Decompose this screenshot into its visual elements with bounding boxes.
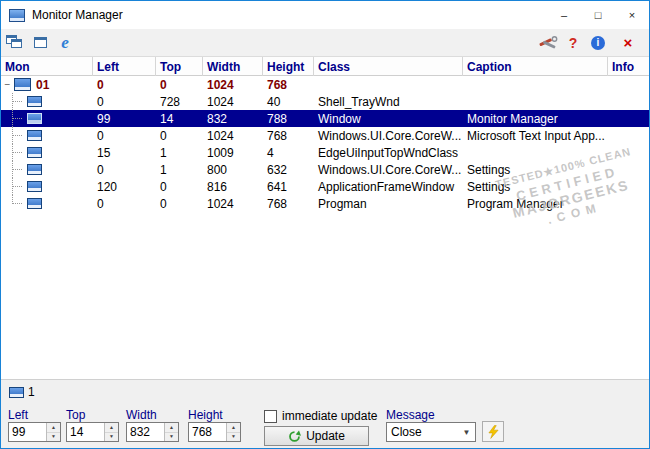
cell-class: Shell_TrayWnd bbox=[314, 93, 463, 110]
refresh-icon bbox=[288, 430, 301, 443]
tree-line bbox=[13, 186, 22, 187]
tree-cell bbox=[1, 127, 93, 144]
help-button[interactable]: ? bbox=[562, 32, 584, 54]
column-header-width[interactable]: Width bbox=[203, 57, 263, 76]
top-input[interactable] bbox=[67, 423, 104, 441]
column-header-mon[interactable]: Mon bbox=[1, 57, 93, 76]
tree-collapse-toggle[interactable]: − bbox=[3, 79, 12, 90]
table-row-root[interactable]: − 01 0 0 1024 768 bbox=[1, 76, 649, 93]
spinner-down-icon[interactable]: ▼ bbox=[47, 433, 60, 442]
cell-top: 0 bbox=[156, 127, 203, 144]
cell-width: 1024 bbox=[203, 76, 263, 93]
cell-info bbox=[608, 76, 649, 93]
send-message-button[interactable] bbox=[482, 421, 504, 442]
window-icon bbox=[27, 130, 42, 141]
spinner-down-icon[interactable]: ▼ bbox=[105, 433, 118, 442]
monitor-tab[interactable]: 1 bbox=[9, 385, 35, 399]
cell-top: 0 bbox=[156, 178, 203, 195]
minimize-button[interactable]: – bbox=[547, 1, 581, 29]
cell-class: Windows.UI.Core.CoreW... bbox=[314, 161, 463, 178]
cascade-windows-button[interactable] bbox=[4, 32, 26, 54]
cell-width: 1024 bbox=[203, 127, 263, 144]
cell-width: 1024 bbox=[203, 93, 263, 110]
cell-left: 15 bbox=[93, 144, 156, 161]
monitor-icon bbox=[14, 78, 31, 91]
spinner-down-icon[interactable]: ▼ bbox=[227, 433, 240, 442]
maximize-button[interactable]: □ bbox=[581, 1, 615, 29]
tree-line bbox=[13, 118, 22, 119]
cell-info bbox=[608, 144, 649, 161]
column-header-left[interactable]: Left bbox=[93, 57, 156, 76]
settings-button[interactable] bbox=[537, 32, 559, 54]
cell-left: 0 bbox=[93, 161, 156, 178]
cell-left: 0 bbox=[93, 93, 156, 110]
top-stepper: ▲▼ bbox=[66, 422, 119, 442]
tree-line bbox=[13, 101, 22, 102]
exit-button[interactable]: × bbox=[617, 32, 639, 54]
width-input[interactable] bbox=[127, 423, 164, 441]
cell-class: EdgeUiInputTopWndClass bbox=[314, 144, 463, 161]
table-row-selected[interactable]: 99 14 832 788 Window Monitor Manager bbox=[1, 110, 649, 127]
immediate-update-checkbox[interactable] bbox=[264, 410, 277, 423]
cell-caption bbox=[463, 76, 608, 93]
cell-caption: Monitor Manager bbox=[463, 110, 608, 127]
single-window-button[interactable] bbox=[29, 32, 51, 54]
cell-info bbox=[608, 178, 649, 195]
height-input[interactable] bbox=[189, 423, 226, 441]
table-row[interactable]: 0 0 1024 768 Progman Program Manager bbox=[1, 195, 649, 212]
tree-cell: − 01 bbox=[1, 76, 93, 93]
cell-left: 99 bbox=[93, 110, 156, 127]
width-stepper: ▲▼ bbox=[126, 422, 179, 442]
spinner-up-icon[interactable]: ▲ bbox=[165, 423, 178, 433]
message-label: Message bbox=[386, 408, 435, 422]
column-header-info[interactable]: Info bbox=[608, 57, 650, 76]
bottom-panel: 1 Left Top Width Height ▲▼ ▲▼ ▲▼ ▲▼ imme… bbox=[1, 379, 649, 448]
cell-left: 120 bbox=[93, 178, 156, 195]
cell-height: 40 bbox=[263, 93, 314, 110]
cell-info bbox=[608, 195, 649, 212]
spinner-up-icon[interactable]: ▲ bbox=[105, 423, 118, 433]
chevron-down-icon: ▼ bbox=[458, 423, 475, 441]
table-row[interactable]: 0 1 800 632 Windows.UI.Core.CoreW... Set… bbox=[1, 161, 649, 178]
close-button[interactable]: × bbox=[615, 1, 649, 29]
cell-top: 1 bbox=[156, 144, 203, 161]
cell-width: 832 bbox=[203, 110, 263, 127]
window-icon bbox=[27, 147, 42, 158]
cell-caption bbox=[463, 93, 608, 110]
cell-height: 632 bbox=[263, 161, 314, 178]
column-header-height[interactable]: Height bbox=[263, 57, 314, 76]
tree-cell bbox=[1, 110, 93, 127]
lightning-icon bbox=[488, 425, 499, 439]
top-label: Top bbox=[66, 408, 85, 422]
update-button[interactable]: Update bbox=[264, 426, 369, 446]
message-dropdown-value: Close bbox=[387, 425, 458, 439]
about-button[interactable]: i bbox=[587, 32, 609, 54]
left-input[interactable] bbox=[9, 423, 46, 441]
cell-left: 0 bbox=[93, 127, 156, 144]
column-header-class[interactable]: Class bbox=[314, 57, 463, 76]
cell-info bbox=[608, 161, 649, 178]
spinner-up-icon[interactable]: ▲ bbox=[227, 423, 240, 433]
immediate-update-label: immediate update bbox=[282, 409, 377, 423]
table-row[interactable]: 120 0 816 641 ApplicationFrameWindow Set… bbox=[1, 178, 649, 195]
message-dropdown[interactable]: Close ▼ bbox=[386, 422, 476, 442]
window-icon bbox=[27, 198, 42, 209]
column-header-caption[interactable]: Caption bbox=[463, 57, 608, 76]
internet-explorer-icon: e bbox=[61, 34, 69, 51]
tree-cell bbox=[1, 178, 93, 195]
column-header-top[interactable]: Top bbox=[156, 57, 203, 76]
table-row[interactable]: 0 0 1024 768 Windows.UI.Core.CoreW... Mi… bbox=[1, 127, 649, 144]
width-label: Width bbox=[126, 408, 157, 422]
table-header: Mon Left Top Width Height Class Caption … bbox=[1, 57, 649, 76]
spinner-down-icon[interactable]: ▼ bbox=[165, 433, 178, 442]
window-controls: – □ × bbox=[547, 1, 649, 29]
spinner-up-icon[interactable]: ▲ bbox=[47, 423, 60, 433]
table-row[interactable]: 15 1 1009 4 EdgeUiInputTopWndClass bbox=[1, 144, 649, 161]
toolbar-right: ? i × bbox=[534, 32, 639, 54]
table-row[interactable]: 0 728 1024 40 Shell_TrayWnd bbox=[1, 93, 649, 110]
cell-width: 1024 bbox=[203, 195, 263, 212]
browser-button[interactable]: e bbox=[54, 32, 76, 54]
update-button-label: Update bbox=[306, 429, 345, 443]
cell-height: 4 bbox=[263, 144, 314, 161]
cell-class bbox=[314, 76, 463, 93]
